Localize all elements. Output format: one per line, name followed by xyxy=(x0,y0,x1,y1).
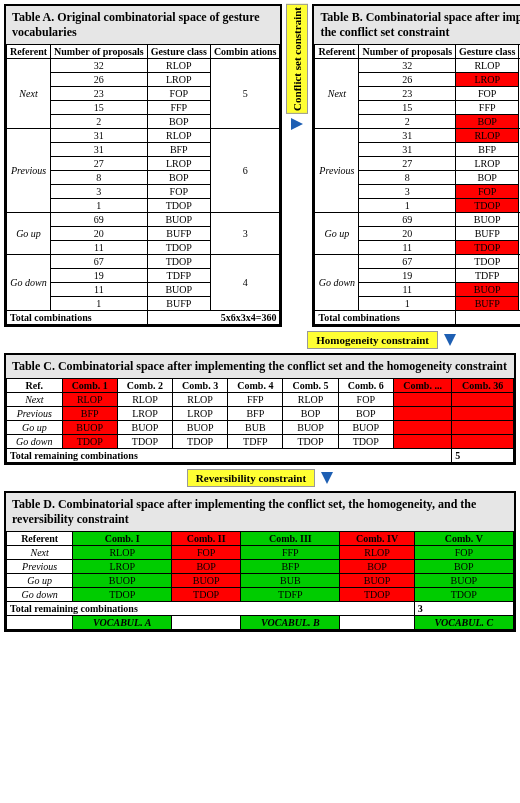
table-d-total-val: 3 xyxy=(414,602,513,616)
referent-cell: Go up xyxy=(7,574,73,588)
table-b-total-val: 3x3x2x2=36 xyxy=(456,311,520,325)
combinations-cell: 4 xyxy=(210,255,280,311)
table-d-total-label: Total remaining combinations xyxy=(7,602,415,616)
gesture-cell: TDFP xyxy=(456,269,519,283)
comb-cell: BOP xyxy=(172,560,241,574)
comb-cell xyxy=(452,407,514,421)
proposals-cell: 20 xyxy=(359,227,456,241)
proposals-cell: 26 xyxy=(359,73,456,87)
proposals-cell: 27 xyxy=(51,157,148,171)
th: Comb. IV xyxy=(340,532,414,546)
th: Comb. 3 xyxy=(173,379,228,393)
comb-cell: RLOP xyxy=(117,393,172,407)
proposals-cell: 19 xyxy=(51,269,148,283)
comb-cell xyxy=(452,393,514,407)
referent-cell: Next xyxy=(7,393,63,407)
gesture-cell: FOP xyxy=(147,185,210,199)
proposals-cell: 15 xyxy=(51,101,148,115)
comb-cell xyxy=(452,421,514,435)
vocab-cell: VOCABUL. C xyxy=(414,616,513,630)
proposals-cell: 11 xyxy=(51,283,148,297)
comb-cell: FFP xyxy=(228,393,283,407)
proposals-cell: 11 xyxy=(51,241,148,255)
comb-cell: LROP xyxy=(173,407,228,421)
gesture-cell: BUFP xyxy=(147,227,210,241)
proposals-cell: 2 xyxy=(51,115,148,129)
th: Comb. 1 xyxy=(62,379,117,393)
table-b-grid: Referent Number of proposals Gesture cla… xyxy=(314,44,520,325)
comb-cell: RLOP xyxy=(283,393,338,407)
referent-cell: Next xyxy=(7,546,73,560)
reversibility-label: Reversibility constraint xyxy=(187,469,315,487)
comb-cell: BFP xyxy=(62,407,117,421)
gesture-cell: TDOP xyxy=(456,199,519,213)
proposals-cell: 32 xyxy=(51,59,148,73)
comb-cell: RLOP xyxy=(62,393,117,407)
comb-cell xyxy=(393,407,451,421)
gesture-cell: BUOP xyxy=(147,283,210,297)
table-c-grid: Ref.Comb. 1Comb. 2Comb. 3Comb. 4Comb. 5C… xyxy=(6,378,514,463)
gesture-cell: BOP xyxy=(147,115,210,129)
table-b: Table B. Combinatorial space after imple… xyxy=(312,4,520,327)
proposals-cell: 69 xyxy=(51,213,148,227)
comb-cell: BOP xyxy=(414,560,513,574)
table-a: Table A. Original combinatorial space of… xyxy=(4,4,282,327)
gesture-cell: TDOP xyxy=(147,255,210,269)
th: Comb. II xyxy=(172,532,241,546)
comb-cell: BUOP xyxy=(173,421,228,435)
gesture-cell: FOP xyxy=(456,87,519,101)
th: Gesture class xyxy=(147,45,210,59)
proposals-cell: 23 xyxy=(51,87,148,101)
comb-cell: TDFP xyxy=(228,435,283,449)
referent-cell: Go down xyxy=(7,588,73,602)
proposals-cell: 67 xyxy=(51,255,148,269)
th: Comb. V xyxy=(414,532,513,546)
gesture-cell: BOP xyxy=(456,115,519,129)
vocab-cell: VOCABUL. A xyxy=(73,616,172,630)
gesture-cell: BUFP xyxy=(147,297,210,311)
comb-cell: FOP xyxy=(414,546,513,560)
proposals-cell: 1 xyxy=(359,297,456,311)
comb-cell xyxy=(393,421,451,435)
conflict-label: Conflict set constraint xyxy=(286,4,308,114)
comb-cell: TDOP xyxy=(117,435,172,449)
th: Comb. 4 xyxy=(228,379,283,393)
comb-cell: BUOP xyxy=(338,421,393,435)
proposals-cell: 1 xyxy=(51,297,148,311)
vocab-cell xyxy=(340,616,414,630)
gesture-cell: TDFP xyxy=(147,269,210,283)
comb-cell xyxy=(452,435,514,449)
proposals-cell: 1 xyxy=(51,199,148,213)
th: Number of proposals xyxy=(359,45,456,59)
th: Comb. 6 xyxy=(338,379,393,393)
gesture-cell: LROP xyxy=(147,157,210,171)
proposals-cell: 26 xyxy=(51,73,148,87)
arrow-right-icon xyxy=(291,118,303,130)
homogeneity-strip: Homogeneity constraint xyxy=(4,331,516,349)
gesture-cell: BFP xyxy=(456,143,519,157)
th: Referent xyxy=(7,45,51,59)
comb-cell: RLOP xyxy=(340,546,414,560)
proposals-cell: 27 xyxy=(359,157,456,171)
gesture-cell: RLOP xyxy=(147,129,210,143)
proposals-cell: 8 xyxy=(359,171,456,185)
proposals-cell: 31 xyxy=(359,143,456,157)
proposals-cell: 67 xyxy=(359,255,456,269)
conflict-strip: Conflict set constraint xyxy=(286,4,308,134)
proposals-cell: 15 xyxy=(359,101,456,115)
th: Comb. I xyxy=(73,532,172,546)
th: Gesture class xyxy=(456,45,519,59)
combinations-cell: 5 xyxy=(210,59,280,129)
comb-cell: TDOP xyxy=(340,588,414,602)
comb-cell: BUOP xyxy=(283,421,338,435)
table-d: Table D. Combinatorial space after imple… xyxy=(4,491,516,632)
referent-cell: Go down xyxy=(7,255,51,311)
gesture-cell: BUOP xyxy=(456,283,519,297)
comb-cell: BUOP xyxy=(172,574,241,588)
referent-cell: Previous xyxy=(7,129,51,213)
comb-cell: FOP xyxy=(338,393,393,407)
gesture-cell: FOP xyxy=(456,185,519,199)
combinations-cell: 3 xyxy=(210,213,280,255)
vocab-cell xyxy=(172,616,241,630)
gesture-cell: BUOP xyxy=(456,213,519,227)
